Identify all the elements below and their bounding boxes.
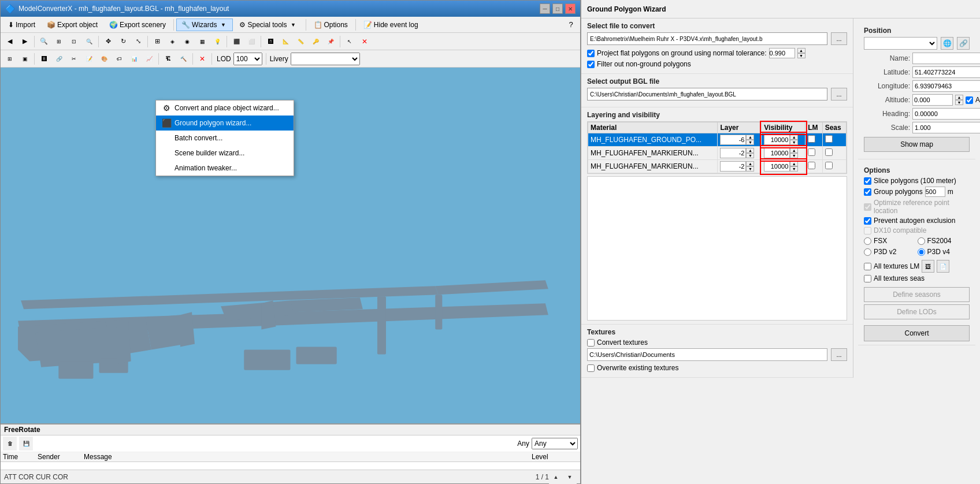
prevent-autogen-checkbox[interactable]	[864, 217, 871, 225]
file-browse-button[interactable]: ...	[831, 32, 847, 45]
dropdown-batch-convert[interactable]: Batch convert...	[156, 131, 294, 146]
tb-wireframe[interactable]: ◈	[165, 35, 179, 49]
group-polygons-input[interactable]	[925, 187, 945, 197]
maximize-button[interactable]: □	[552, 3, 563, 14]
seas-check-1[interactable]	[825, 135, 833, 143]
menu-wizards[interactable]: 🔧 Wizards ▼	[176, 18, 233, 31]
tb-extra1[interactable]: 🅰	[263, 35, 277, 49]
filter-non-ground-checkbox[interactable]	[587, 61, 595, 68]
project-flat-checkbox[interactable]	[587, 50, 595, 57]
all-textures-seas-checkbox[interactable]	[864, 275, 871, 282]
seas-check-3[interactable]	[825, 162, 833, 169]
vis-input-2[interactable]	[764, 148, 790, 158]
dropdown-scene-builder[interactable]: Scene builder wizard...	[156, 146, 294, 161]
log-filter-select[interactable]: Any Info Warning Error	[532, 438, 578, 449]
tb-extra3[interactable]: 📏	[294, 35, 307, 49]
vis-input-1[interactable]	[764, 135, 790, 145]
tb2-delete[interactable]: ✕	[195, 52, 209, 66]
tb-zoom-in[interactable]: 🔍	[37, 35, 51, 49]
table-row-2[interactable]: MH_FLUGHAFEN_MARKIERUN... ▲ ▼	[588, 147, 847, 160]
tb-cursor[interactable]: ↖	[343, 35, 357, 49]
overwrite-textures-checkbox[interactable]	[587, 364, 595, 372]
menu-import[interactable]: ⬇ Import	[3, 18, 40, 31]
tb2-b3[interactable]: ✂	[67, 52, 81, 66]
scroll-down-btn[interactable]: ▼	[563, 470, 577, 484]
tolerance-down[interactable]: ▼	[797, 53, 805, 58]
tb-solid[interactable]: ◉	[180, 35, 194, 49]
tb-extra5[interactable]: 📌	[324, 35, 337, 49]
layer-input-2[interactable]	[720, 148, 746, 158]
position-dropdown[interactable]	[864, 37, 937, 50]
tb-zoom-out[interactable]: 🔍	[82, 35, 96, 49]
tb2-b4[interactable]: 📝	[82, 52, 96, 66]
convert-textures-checkbox[interactable]	[587, 339, 595, 347]
dropdown-animation-tweaker[interactable]: Animation tweaker...	[156, 161, 294, 176]
textures-path-input[interactable]	[587, 348, 827, 361]
menu-options[interactable]: 📋 Options	[309, 18, 353, 31]
tolerance-up[interactable]: ▲	[797, 48, 805, 53]
layer-input-1[interactable]	[720, 135, 746, 145]
dropdown-convert-place[interactable]: ⚙ Convert and place object wizard...	[156, 100, 294, 116]
tb-zoom-region[interactable]: ⊞	[52, 35, 66, 49]
tb-forward[interactable]: ▶	[18, 35, 32, 49]
tb2-b1[interactable]: 🅱	[37, 52, 51, 66]
slice-polygons-checkbox[interactable]	[864, 177, 871, 185]
tb2-b8[interactable]: 📈	[142, 52, 156, 66]
show-map-button[interactable]: Show map	[864, 137, 970, 152]
layer-down-1[interactable]: ▼	[746, 140, 754, 145]
help-button[interactable]: ?	[564, 18, 578, 32]
layer-down-3[interactable]: ▼	[746, 166, 754, 172]
scale-input[interactable]	[912, 122, 980, 133]
group-polygons-checkbox[interactable]	[864, 188, 871, 196]
tb2-b5[interactable]: 🎨	[97, 52, 111, 66]
menu-special-tools[interactable]: ⚙ Special tools ▼	[234, 18, 303, 31]
tb-move[interactable]: ✥	[101, 35, 115, 49]
livery-select[interactable]	[291, 53, 360, 65]
altitude-input[interactable]	[912, 94, 953, 106]
tb-x-marker[interactable]: ✕	[358, 35, 372, 49]
tb-texture[interactable]: ▦	[195, 35, 209, 49]
close-button[interactable]: ✕	[565, 3, 576, 14]
layer-up-1[interactable]: ▲	[746, 135, 754, 140]
lm-icon-btn-2[interactable]: 📄	[937, 260, 949, 273]
minimize-button[interactable]: ─	[540, 3, 550, 14]
scroll-up-btn[interactable]: ▲	[549, 470, 563, 484]
alt-down[interactable]: ▼	[955, 100, 963, 105]
tb-rotate[interactable]: ↻	[116, 35, 130, 49]
optimize-ref-checkbox[interactable]	[864, 203, 871, 211]
agl-checkbox[interactable]	[966, 96, 973, 104]
lod-select[interactable]: 100	[233, 53, 262, 65]
latitude-input[interactable]	[912, 66, 980, 78]
vis-down-3[interactable]: ▼	[790, 166, 798, 172]
tb-extra2[interactable]: 📐	[279, 35, 292, 49]
tb2-b6[interactable]: 🏷	[112, 52, 126, 66]
menu-export-scenery[interactable]: 🌍 Export scenery	[104, 18, 171, 31]
table-row-3[interactable]: MH_FLUGHAFEN_MARKIERUN... ▲ ▼	[588, 160, 847, 173]
dropdown-ground-polygon[interactable]: ⬛ Ground polygon wizard...	[156, 116, 294, 131]
tb-select-all[interactable]: ⬛	[229, 35, 243, 49]
log-save-btn[interactable]: 💾	[19, 437, 33, 451]
layer-up-3[interactable]: ▲	[746, 161, 754, 166]
file-input-field[interactable]	[587, 32, 827, 45]
fs2004-radio[interactable]	[918, 237, 925, 245]
heading-input[interactable]	[912, 108, 980, 120]
vis-up-1[interactable]: ▲	[790, 135, 798, 140]
convert-button[interactable]: Convert	[864, 325, 970, 341]
project-tolerance-input[interactable]	[769, 48, 795, 58]
layer-down-2[interactable]: ▼	[746, 153, 754, 158]
layer-up-2[interactable]: ▲	[746, 148, 754, 153]
tb-extra4[interactable]: 🔑	[309, 35, 322, 49]
tb-scale[interactable]: ⤡	[131, 35, 145, 49]
seas-check-2[interactable]	[825, 148, 833, 156]
vis-up-2[interactable]: ▲	[790, 148, 798, 153]
vis-down-1[interactable]: ▼	[790, 140, 798, 145]
tb2-b9[interactable]: 🏗	[161, 52, 175, 66]
output-bgl-field[interactable]	[587, 88, 827, 100]
link-button[interactable]: 🔗	[957, 37, 970, 50]
all-textures-lm-checkbox[interactable]	[864, 263, 871, 270]
textures-browse-button[interactable]: ...	[831, 348, 847, 361]
longitude-input[interactable]	[912, 80, 980, 92]
log-clear-btn[interactable]: 🗑	[3, 437, 17, 451]
tb2-b10[interactable]: 🔨	[176, 52, 190, 66]
vis-up-3[interactable]: ▲	[790, 161, 798, 166]
